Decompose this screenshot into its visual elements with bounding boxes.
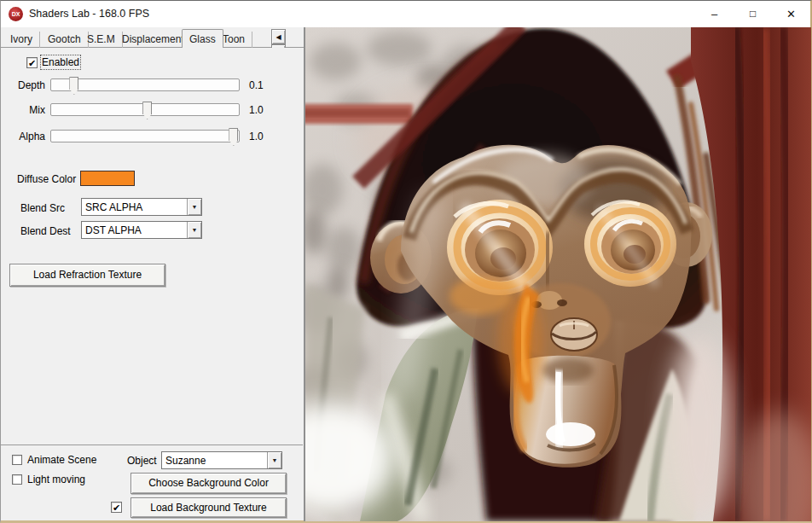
lips [551, 318, 597, 351]
tab-glass[interactable]: Glass [182, 29, 223, 48]
tab-strip: Ivory Gootch S.E.M Displacement Glass To… [1, 29, 304, 48]
light-moving-checkbox[interactable]: ✔ [12, 474, 22, 485]
alpha-slider-track[interactable] [50, 130, 240, 142]
right-eye [584, 201, 676, 287]
load-background-texture-checkbox[interactable]: ✔ [111, 502, 122, 513]
minimize-button[interactable]: – [695, 1, 734, 27]
mix-value: 1.0 [249, 104, 264, 116]
app-window: DX Shaders Lab - 168.0 FPS – □ ✕ Ivory G… [0, 0, 812, 523]
app-icon: DX [9, 7, 23, 21]
mix-slider-thumb[interactable] [142, 102, 152, 119]
alpha-value: 1.0 [249, 131, 264, 142]
chevron-down-icon[interactable]: ▼ [187, 199, 201, 215]
maximize-button[interactable]: □ [734, 1, 772, 27]
light-moving-label: Light moving [27, 474, 85, 485]
animate-scene-label: Animate Scene [27, 454, 96, 466]
animate-scene-checkbox[interactable]: ✔ [12, 455, 22, 465]
object-label: Object [127, 455, 157, 467]
enabled-label[interactable]: Enabled [42, 56, 79, 68]
rendered-scene [305, 27, 811, 521]
chevron-down-icon[interactable]: ▼ [267, 452, 281, 468]
diffuse-color-swatch[interactable] [80, 171, 135, 186]
blend-src-combobox[interactable]: SRC ALPHA ▼ [81, 198, 202, 216]
object-value: Suzanne [165, 455, 206, 467]
depth-value: 0.1 [249, 79, 264, 91]
load-refraction-texture-button[interactable]: Load Refraction Texture [9, 264, 165, 287]
alpha-slider-thumb[interactable] [229, 128, 238, 146]
depth-slider-track[interactable] [50, 78, 240, 91]
depth-slider-thumb[interactable] [69, 77, 78, 95]
tab-displacement[interactable]: Displacement [115, 32, 192, 48]
blend-dest-label: Blend Dest [20, 225, 71, 237]
enabled-checkbox[interactable]: ✔ [26, 57, 38, 68]
check-icon: ✔ [28, 58, 36, 68]
depth-label: Depth [6, 79, 45, 91]
object-combobox[interactable]: Suzanne ▼ [161, 451, 282, 469]
diffuse-color-label: Diffuse Color [17, 173, 76, 185]
mix-label: Mix [6, 104, 45, 116]
choose-background-color-button[interactable]: Choose Background Color [130, 473, 287, 494]
glass-tab-page: ✔ Enabled Depth 0.1 Mix 1.0 Alpha 1.0 Di… [1, 48, 303, 445]
window-title: Shaders Lab - 168.0 FPS [29, 8, 149, 20]
blend-src-value: SRC ALPHA [85, 201, 142, 213]
tab-ivory[interactable]: Ivory [3, 32, 40, 48]
blend-dest-combobox[interactable]: DST ALPHA ▼ [81, 221, 202, 239]
render-viewport[interactable] [305, 27, 811, 521]
check-icon: ✔ [113, 503, 120, 513]
chevron-down-icon[interactable]: ▼ [187, 222, 201, 238]
alpha-label: Alpha [6, 131, 45, 142]
blend-dest-value: DST ALPHA [85, 224, 142, 236]
mix-slider-track[interactable] [50, 103, 240, 116]
close-button[interactable]: ✕ [772, 1, 810, 27]
light-column [669, 334, 730, 521]
load-background-texture-button[interactable]: Load Background Texture [130, 497, 287, 518]
blend-src-label: Blend Src [20, 202, 65, 214]
tab-scroll-left-icon[interactable]: ◀ [271, 29, 286, 44]
title-bar[interactable]: DX Shaders Lab - 168.0 FPS – □ ✕ [1, 1, 810, 27]
